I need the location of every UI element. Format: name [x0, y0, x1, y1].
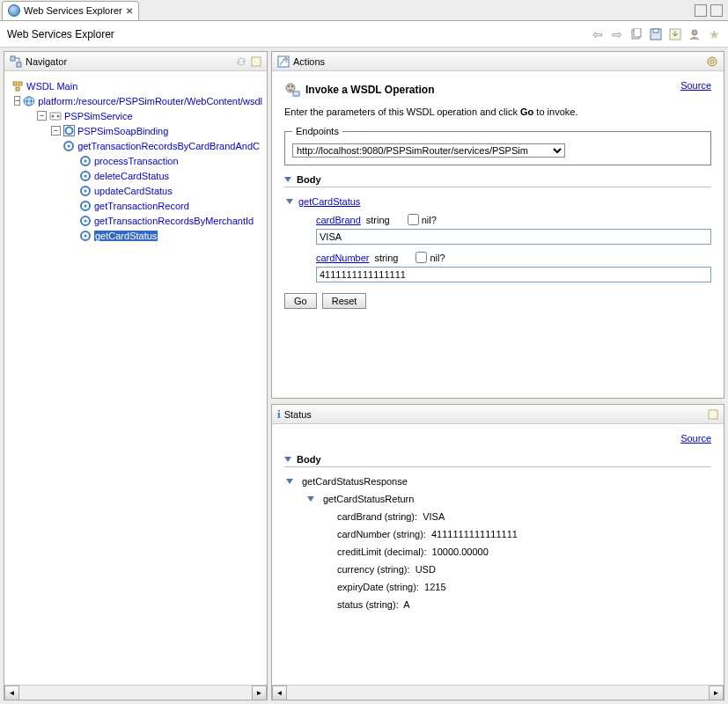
- response-field: currency (string): USD: [337, 564, 711, 575]
- response-field-label: creditLimit (decimal):: [337, 546, 426, 557]
- tree-operation[interactable]: getTransactionRecordsByMerchantId: [11, 213, 260, 228]
- scroll-right-icon[interactable]: ►: [709, 686, 724, 700]
- tree-operation[interactable]: getTransactionRecordsByCardBrandAndC: [11, 138, 260, 153]
- tree-operation[interactable]: getTransactionRecord: [11, 198, 260, 213]
- response-field-value: 4111111111111111: [431, 529, 518, 539]
- chevron-down-icon: [286, 479, 293, 484]
- chevron-down-icon: [307, 496, 314, 502]
- copy-icon[interactable]: [629, 27, 643, 41]
- tree-binding[interactable]: − PSPSimSoapBinding: [11, 123, 260, 138]
- import-icon[interactable]: [668, 27, 682, 41]
- scroll-left-icon[interactable]: ◄: [272, 686, 287, 700]
- operation-icon: [79, 170, 92, 182]
- tab-web-services-explorer[interactable]: Web Services Explorer ✕: [2, 1, 139, 20]
- svg-point-30: [85, 219, 87, 222]
- window-controls: [695, 4, 728, 17]
- collapse-icon[interactable]: −: [14, 96, 20, 106]
- status-scrollbar[interactable]: ◄ ►: [272, 685, 724, 700]
- toolbar: Web Services Explorer ⇦ ⇨ ★: [0, 21, 728, 48]
- svg-rect-39: [293, 92, 299, 96]
- tree-operation[interactable]: getCardStatus: [11, 228, 260, 243]
- clear-icon[interactable]: [251, 56, 261, 67]
- field-name-link[interactable]: cardBrand: [316, 215, 361, 225]
- nil-checkbox-label[interactable]: nil?: [408, 214, 437, 225]
- tree-operation[interactable]: updateCardStatus: [11, 183, 260, 198]
- collapse-icon[interactable]: −: [51, 126, 61, 136]
- body-header[interactable]: Body: [284, 174, 711, 187]
- nav-scrollbar[interactable]: ◄ ►: [4, 685, 267, 700]
- tree-label: PSPSimService: [64, 111, 133, 121]
- reset-button[interactable]: Reset: [322, 293, 367, 309]
- operation-icon: [63, 140, 75, 152]
- operation-icon: [79, 230, 92, 242]
- svg-rect-7: [17, 62, 21, 67]
- nil-checkbox[interactable]: [408, 214, 419, 225]
- response-field-value: USD: [415, 564, 436, 575]
- status-title: Status: [284, 409, 704, 420]
- actions-icon: [277, 55, 290, 68]
- endpoint-select[interactable]: http://localhost:9080/PSPSimRouter/servi…: [292, 143, 565, 158]
- tree-label: getTransactionRecordsByMerchantId: [94, 216, 254, 226]
- field-name-link[interactable]: cardNumber: [316, 253, 370, 263]
- svg-point-5: [692, 30, 697, 35]
- svg-point-35: [710, 60, 714, 63]
- star-icon[interactable]: ★: [707, 27, 721, 41]
- navigator-title: Navigator: [26, 56, 232, 67]
- nil-label: nil?: [430, 253, 445, 263]
- source-link[interactable]: Source: [680, 80, 711, 91]
- close-icon[interactable]: ✕: [126, 6, 133, 16]
- operation-icon: [79, 185, 92, 197]
- response-field: cardBrand (string): VISA: [337, 511, 711, 522]
- forward-icon[interactable]: ⇨: [610, 27, 624, 41]
- sync-icon[interactable]: [235, 55, 247, 68]
- response-field: creditLimit (decimal): 10000.00000: [337, 546, 711, 557]
- field-input[interactable]: [316, 229, 711, 245]
- tree-operation[interactable]: deleteCardStatus: [11, 168, 260, 183]
- invoke-icon: [284, 82, 300, 98]
- wsdl-main-icon: [11, 80, 24, 92]
- svg-rect-1: [634, 28, 641, 37]
- operation-icon: [79, 200, 92, 212]
- field-block: cardNumberstringnil?: [316, 252, 711, 282]
- tree-service-node[interactable]: − platform:/resource/PSPSimRouter/WebCon…: [11, 93, 260, 108]
- tree-label: updateCardStatus: [94, 186, 173, 196]
- collapse-icon[interactable]: −: [37, 111, 47, 121]
- nil-checkbox-label[interactable]: nil?: [415, 252, 445, 263]
- operation-name[interactable]: getCardStatus: [298, 196, 360, 207]
- nil-label: nil?: [422, 215, 437, 225]
- svg-point-16: [52, 114, 55, 117]
- status-body-header[interactable]: Body: [284, 454, 711, 467]
- chevron-down-icon: [284, 457, 291, 462]
- tree-operation[interactable]: processTransaction: [11, 153, 260, 168]
- wsdl-file-icon: [23, 95, 35, 107]
- response-field: status (string): A: [337, 599, 711, 610]
- back-icon[interactable]: ⇦: [591, 27, 605, 41]
- operation-icon: [79, 215, 92, 227]
- endpoints-legend: Endpoints: [292, 126, 342, 136]
- field-input[interactable]: [316, 267, 711, 282]
- tree-label: getTransactionRecordsByCardBrandAndC: [77, 141, 260, 151]
- instructions: Enter the parameters of this WSDL operat…: [284, 106, 711, 117]
- svg-point-20: [68, 144, 70, 147]
- endpoints-fieldset: Endpoints http://localhost:9080/PSPSimRo…: [284, 126, 711, 165]
- minimize-icon[interactable]: [695, 4, 707, 17]
- maximize-icon[interactable]: [710, 4, 723, 17]
- nil-checkbox[interactable]: [415, 252, 427, 263]
- scroll-right-icon[interactable]: ►: [252, 686, 267, 700]
- tree-label: processTransaction: [94, 156, 179, 166]
- save-icon[interactable]: [649, 27, 663, 41]
- status-clear-icon[interactable]: [708, 409, 718, 420]
- tree-label: getTransactionRecord: [94, 201, 189, 211]
- info-icon: i: [277, 407, 281, 422]
- actions-tool-icon[interactable]: [706, 55, 718, 68]
- scroll-left-icon[interactable]: ◄: [4, 686, 19, 700]
- status-source-link[interactable]: Source: [680, 433, 711, 444]
- response-field: cardNumber (string): 4111111111111111: [337, 529, 711, 539]
- svg-rect-8: [252, 57, 261, 66]
- response-field-value: VISA: [423, 511, 445, 522]
- operation-icon: [79, 155, 92, 167]
- go-button[interactable]: Go: [284, 293, 317, 309]
- tree-root[interactable]: WSDL Main: [11, 78, 260, 93]
- tree-service[interactable]: − PSPSimService: [11, 108, 260, 123]
- user-icon[interactable]: [688, 27, 702, 41]
